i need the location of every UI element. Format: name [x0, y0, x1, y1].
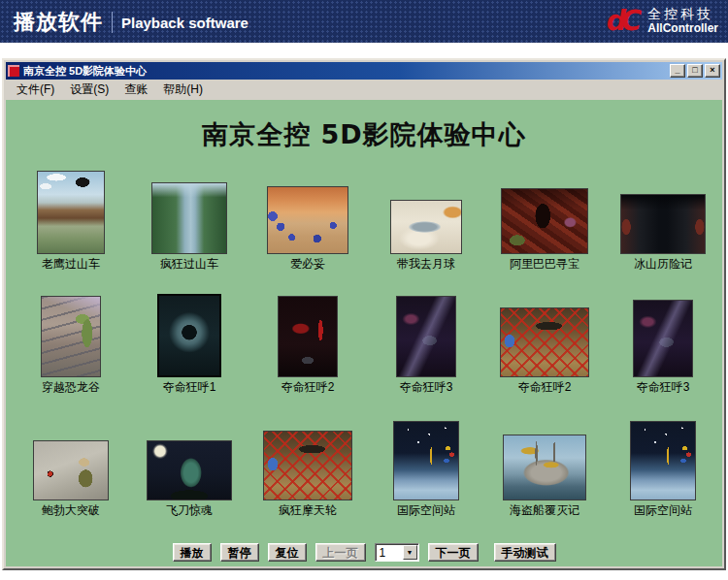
- movie-thumbnail[interactable]: [263, 431, 352, 500]
- playback-toolbar: 播放 暂停 复位 上一页 1 ▼ 下一页 手动测试: [6, 543, 722, 562]
- manual-test-button[interactable]: 手动测试: [494, 543, 556, 562]
- movie-thumbnail[interactable]: [503, 435, 586, 500]
- reset-button[interactable]: 复位: [268, 543, 307, 562]
- brand-name-cn: 全控科技: [647, 6, 718, 21]
- movie-title: 疯狂过山车: [160, 257, 218, 272]
- allcontroller-logo-icon: dC: [604, 5, 646, 36]
- movie-cell: 国际空间站: [604, 395, 722, 518]
- client-area: 南京全控 5D影院体验中心 老鹰过山车 疯狂过山车 爱必妥 带我去月球: [6, 100, 722, 566]
- movie-thumbnail[interactable]: [37, 171, 105, 254]
- menu-help[interactable]: 帮助(H): [155, 80, 211, 100]
- window-titlebar[interactable]: 南京全控 5D影院体验中心 _ □ ×: [6, 62, 722, 80]
- allcontroller-logo: dC 全控科技 AllController: [607, 5, 718, 36]
- top-banner: 播放软件 Playback software dC 全控科技 AllContro…: [0, 0, 728, 43]
- movie-thumbnail[interactable]: [151, 182, 227, 254]
- next-page-button[interactable]: 下一页: [428, 543, 479, 562]
- movie-cell: 鲍勃大突破: [12, 395, 130, 518]
- movie-thumbnail[interactable]: [501, 188, 588, 254]
- movie-cell: 冰山历险记: [604, 148, 722, 272]
- movie-title: 海盗船覆灭记: [510, 503, 579, 518]
- movie-cell: 飞刀惊魂: [130, 395, 248, 518]
- movie-cell: 疯狂过山车: [130, 148, 248, 272]
- movie-title: 夺命狂呼2: [518, 380, 572, 395]
- movie-thumbnail[interactable]: [147, 440, 232, 500]
- movie-cell: 疯狂摩天轮: [248, 395, 367, 518]
- app-title-cn: 播放软件: [14, 8, 103, 37]
- movie-title: 带我去月球: [397, 257, 455, 272]
- movie-cell: 夺命狂呼2: [485, 272, 604, 395]
- banner-divider: [112, 12, 113, 33]
- page: 播放软件 Playback software dC 全控科技 AllContro…: [0, 0, 728, 580]
- app-title-en: Playback software: [121, 15, 248, 31]
- movie-title: 老鹰过山车: [42, 257, 100, 272]
- movie-cell: 夺命狂呼2: [248, 272, 367, 395]
- app-icon: [8, 65, 19, 77]
- movie-cell: 带我去月球: [367, 148, 485, 272]
- movie-cell: 阿里巴巴寻宝: [485, 148, 604, 272]
- movie-title: 穿越恐龙谷: [42, 380, 100, 395]
- menu-audit[interactable]: 查账: [116, 80, 155, 100]
- movie-thumbnail[interactable]: [390, 200, 462, 254]
- movie-thumbnail[interactable]: [500, 307, 589, 377]
- movie-cell: 爱必妥: [248, 148, 367, 272]
- movie-title: 夺命狂呼1: [163, 380, 216, 395]
- movie-thumbnail[interactable]: [393, 421, 459, 500]
- movie-title: 鲍勃大突破: [42, 503, 100, 518]
- movie-cell: 海盗船覆灭记: [485, 395, 604, 518]
- chevron-down-icon[interactable]: ▼: [403, 545, 417, 560]
- movie-grid: 老鹰过山车 疯狂过山车 爱必妥 带我去月球 阿里巴巴寻宝: [12, 148, 722, 518]
- movie-thumbnail[interactable]: [41, 296, 101, 377]
- minimize-icon[interactable]: _: [670, 64, 685, 78]
- movie-title: 疯狂摩天轮: [279, 503, 337, 518]
- movie-title: 爱必妥: [290, 257, 325, 272]
- movie-thumbnail[interactable]: [620, 194, 706, 254]
- movie-cell: 夺命狂呼3: [604, 272, 722, 395]
- movie-thumbnail[interactable]: [278, 296, 338, 377]
- window-controls: _ □ ×: [670, 64, 720, 78]
- movie-cell: 夺命狂呼1: [130, 272, 248, 395]
- movie-title: 国际空间站: [397, 503, 455, 518]
- page-select[interactable]: 1 ▼: [375, 543, 419, 562]
- movie-cell: 国际空间站: [367, 395, 485, 518]
- movie-title: 阿里巴巴寻宝: [510, 257, 579, 272]
- close-icon[interactable]: ×: [705, 64, 720, 78]
- movie-thumbnail[interactable]: [33, 440, 109, 500]
- movie-thumbnail[interactable]: [633, 300, 693, 377]
- movie-thumbnail[interactable]: [396, 296, 456, 377]
- movie-thumbnail[interactable]: [157, 294, 221, 377]
- maximize-icon[interactable]: □: [687, 64, 703, 78]
- pause-button[interactable]: 暂停: [220, 543, 259, 562]
- movie-title: 夺命狂呼2: [281, 380, 335, 395]
- menu-file[interactable]: 文件(F): [9, 80, 62, 100]
- movie-title: 夺命狂呼3: [637, 380, 690, 395]
- menu-bar: 文件(F) 设置(S) 查账 帮助(H): [6, 80, 722, 100]
- allcontroller-logo-text: 全控科技 AllController: [647, 6, 718, 35]
- app-window: 南京全控 5D影院体验中心 _ □ × 文件(F) 设置(S) 查账 帮助(H)…: [2, 58, 726, 570]
- movie-title: 国际空间站: [634, 503, 692, 518]
- play-button[interactable]: 播放: [173, 543, 212, 562]
- prev-page-button[interactable]: 上一页: [315, 543, 366, 562]
- page-title: 南京全控 5D影院体验中心: [6, 100, 722, 148]
- brand-name-en: AllController: [647, 21, 718, 35]
- page-select-value: 1: [380, 546, 386, 560]
- movie-cell: 老鹰过山车: [12, 148, 130, 272]
- window-title: 南京全控 5D影院体验中心: [23, 64, 670, 79]
- movie-cell: 穿越恐龙谷: [12, 272, 130, 395]
- menu-settings[interactable]: 设置(S): [62, 80, 116, 100]
- movie-thumbnail[interactable]: [267, 186, 348, 254]
- movie-title: 夺命狂呼3: [400, 380, 453, 395]
- banner-titles: 播放软件 Playback software: [14, 8, 248, 37]
- movie-thumbnail[interactable]: [630, 421, 696, 500]
- movie-title: 飞刀惊魂: [166, 503, 213, 518]
- movie-cell: 夺命狂呼3: [367, 272, 485, 395]
- movie-title: 冰山历险记: [634, 257, 692, 272]
